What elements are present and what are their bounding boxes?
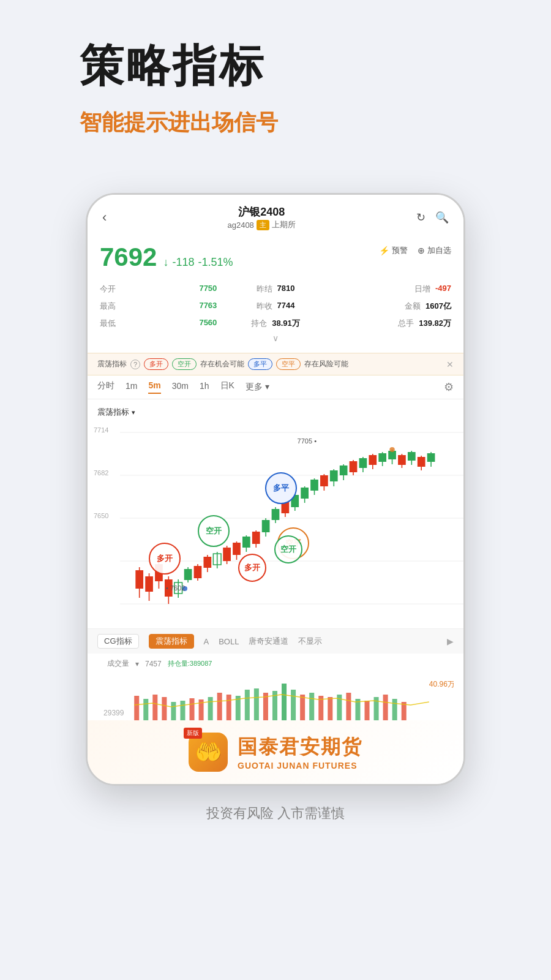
svg-rect-24 xyxy=(223,548,231,561)
svg-rect-48 xyxy=(340,466,348,475)
price-row-zj: 昨结 7810 xyxy=(217,282,334,296)
favorite-btn[interactable]: ⊕ 加自选 xyxy=(418,245,451,256)
subtitle-highlight: 信号 xyxy=(234,110,278,135)
search-icon[interactable]: 🔍 xyxy=(435,211,449,224)
vol-label: 成交量 xyxy=(107,658,129,669)
alert-btn[interactable]: ⚡ 预警 xyxy=(379,245,408,256)
svg-rect-16 xyxy=(184,569,192,580)
svg-rect-75 xyxy=(190,698,195,720)
svg-rect-88 xyxy=(309,693,314,720)
svg-rect-71 xyxy=(152,695,157,720)
back-button[interactable]: ‹ xyxy=(102,209,107,225)
svg-rect-73 xyxy=(171,702,176,720)
expand-btn[interactable]: ∨ xyxy=(100,331,451,345)
tab-1h[interactable]: 1h xyxy=(200,381,209,393)
footer-text: 投资有风险 入市需谨慎 xyxy=(206,805,345,821)
volume-labels: 成交量 ▾ 7457 持仓量:389087 xyxy=(97,656,454,671)
price-row-zs: 昨收 7744 xyxy=(217,299,334,314)
warning-text2: 存在风险可能 xyxy=(304,359,348,369)
svg-rect-78 xyxy=(217,693,222,720)
refresh-icon[interactable]: ↻ xyxy=(416,211,425,224)
price-grid: 今开 7750 昨结 7810 日增 -497 最高 7763 昨收 7744 … xyxy=(100,282,451,331)
signal-duo-ping: 多平 xyxy=(265,472,297,504)
svg-rect-20 xyxy=(203,557,211,568)
hero-section: 策略指标 智能提示进出场信号 xyxy=(80,37,471,168)
subtitle-plain: 智能提示进出场 xyxy=(80,110,234,135)
vol-val: 7457 xyxy=(145,660,162,668)
val-zs: 7744 xyxy=(277,301,295,312)
scroll-indicator: ▶ xyxy=(447,636,454,646)
svg-rect-97 xyxy=(392,699,397,720)
val-zs2: 139.82万 xyxy=(419,318,451,329)
volume-section: 成交量 ▾ 7457 持仓量:389087 xyxy=(88,654,463,720)
price-row-cc: 持仓 38.91万 xyxy=(217,316,334,331)
label-jk: 今开 xyxy=(100,284,116,295)
phone-topbar: ‹ 沪银2408 ag2408 主 上期所 ↻ 🔍 xyxy=(88,195,463,235)
tab-fenshi[interactable]: 分时 xyxy=(97,380,114,394)
svg-rect-77 xyxy=(208,697,213,720)
new-badge: 新版 xyxy=(184,728,202,739)
price-section: 7692 ↓ -118 -1.51% ⚡ 预警 ⊕ 加自选 xyxy=(88,235,463,353)
logo-hand-icon: 🤲 xyxy=(195,739,222,765)
val-jk: 7750 xyxy=(199,284,217,295)
stock-code: ag2408 xyxy=(227,221,253,230)
svg-rect-42 xyxy=(310,480,318,491)
price-change-val: -118 xyxy=(172,256,194,269)
svg-rect-94 xyxy=(365,701,370,720)
svg-text:40.96万: 40.96万 xyxy=(429,680,454,688)
tag-kong-ping: 空平 xyxy=(276,358,301,370)
tab-1m[interactable]: 1m xyxy=(126,381,137,393)
logo-text: 国泰君安期货 GUOTAI JUNAN FUTURES xyxy=(238,734,362,771)
tag-kong-kai: 空开 xyxy=(172,358,197,370)
indicator-label: 震荡指标 ▾ xyxy=(88,404,463,420)
logo-section: 新版 🤲 国泰君安期货 GUOTAI JUNAN FUTURES xyxy=(88,720,463,784)
alert-icon: ⚡ xyxy=(379,246,389,255)
svg-rect-54 xyxy=(369,455,377,465)
svg-rect-6 xyxy=(135,570,143,589)
val-zj: 7810 xyxy=(277,284,295,295)
price-main: 7692 ↓ -118 -1.51% xyxy=(100,243,233,272)
signal-kong-kai2: 空开 xyxy=(274,535,302,564)
tab-30m[interactable]: 30m xyxy=(172,381,189,393)
logo-name-en: GUOTAI JUNAN FUTURES xyxy=(238,761,362,771)
tab-5m[interactable]: 5m xyxy=(148,380,160,394)
warning-close-icon[interactable]: ✕ xyxy=(446,360,454,369)
svg-rect-50 xyxy=(350,461,358,472)
stock-title: 沪银2408 xyxy=(227,205,295,219)
label-rz: 日增 xyxy=(414,284,430,295)
ind-tab-tqat[interactable]: 唐奇安通道 xyxy=(249,636,288,647)
ind-tab-a[interactable]: A xyxy=(204,637,209,646)
warning-label: 震荡指标 xyxy=(97,359,127,369)
info-icon[interactable]: ? xyxy=(130,360,140,369)
tab-rik[interactable]: 日K xyxy=(220,380,234,394)
price-arrow: ↓ xyxy=(163,256,168,269)
phone-actions: ↻ 🔍 xyxy=(416,211,449,224)
tab-more[interactable]: 更多 ▾ xyxy=(246,382,269,393)
indicator-tabs: CG指标 震荡指标 A BOLL 唐奇安通道 不显示 ▶ xyxy=(88,628,463,654)
price-label-7682: 7682 xyxy=(94,469,108,477)
svg-rect-62 xyxy=(408,452,416,461)
price-row-rz: 日增 -497 xyxy=(334,282,451,296)
footer: 投资有风险 入市需谨慎 xyxy=(206,804,345,823)
svg-rect-18 xyxy=(194,566,202,578)
title-center: 沪银2408 ag2408 主 上期所 xyxy=(227,205,295,230)
svg-rect-92 xyxy=(346,693,351,720)
svg-rect-87 xyxy=(300,695,305,720)
val-zd: 7560 xyxy=(199,318,217,329)
price-actions: ⚡ 预警 ⊕ 加自选 xyxy=(379,245,451,256)
settings-icon[interactable]: ⚙ xyxy=(444,380,454,394)
val-je: 1607亿 xyxy=(425,301,451,312)
svg-rect-85 xyxy=(282,684,287,720)
vol-icon: ▾ xyxy=(135,660,139,668)
svg-rect-40 xyxy=(301,488,309,499)
ind-tab-boll[interactable]: BOLL xyxy=(219,637,239,646)
svg-rect-26 xyxy=(233,543,241,555)
svg-rect-8 xyxy=(145,576,153,592)
price-row-zs2: 总手 139.82万 xyxy=(334,316,451,331)
warning-bar: 震荡指标 ? 多开 空开 存在机会可能 多平 空平 存在风险可能 ✕ xyxy=(88,353,463,375)
svg-rect-52 xyxy=(359,458,367,468)
ind-tab-zd[interactable]: 震荡指标 xyxy=(149,634,194,649)
favorite-label: 加自选 xyxy=(427,245,451,256)
ind-tab-hide[interactable]: 不显示 xyxy=(298,636,322,647)
ind-tab-cg[interactable]: CG指标 xyxy=(97,634,139,649)
